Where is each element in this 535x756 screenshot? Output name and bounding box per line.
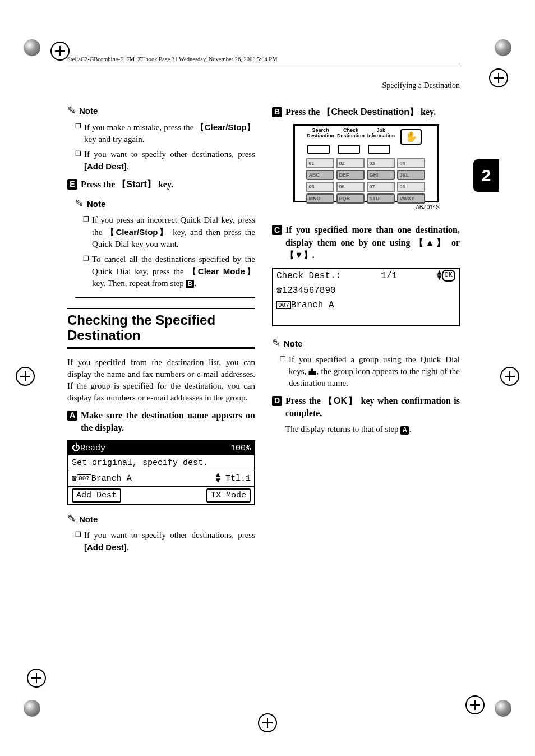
quick-dial-key: 01 — [306, 158, 334, 168]
dest-code: 007 — [276, 301, 291, 309]
lcd-row: Set original, specify dest. — [68, 455, 254, 471]
lcd-title: Check Dest.: — [276, 270, 341, 282]
crop-target-icon — [500, 367, 519, 386]
phone-icon: ☎ — [72, 474, 77, 483]
lcd-ok-prompt: ▲▼OK — [437, 270, 455, 282]
right-column: B Press the Check Destination key. Searc… — [272, 100, 460, 559]
quick-dial-key: GHI — [367, 170, 395, 180]
panel-labels: Search Destination Check Destination Job… — [306, 128, 396, 139]
step-number-icon: B — [272, 107, 282, 117]
text: key. — [418, 107, 436, 117]
lcd-row: Check Dest.: 1/1 ▲▼OK — [273, 269, 459, 283]
dest-entry: ☎007Branch A — [72, 473, 132, 485]
quick-dial-key: 02 — [336, 158, 365, 168]
note-list: If you make a mistake, press the Clear/S… — [67, 121, 255, 173]
text: If you want to specify other destination… — [84, 150, 255, 159]
panel-button — [368, 145, 390, 154]
text: Press the — [81, 179, 117, 189]
label-search-dest: Search Destination — [306, 128, 335, 139]
section-header: Specifying a Destination — [67, 81, 460, 90]
key-ref: Check Destination — [322, 107, 418, 117]
text: . — [312, 250, 315, 260]
step-e: E Press the Start key. — [67, 178, 255, 191]
text: key and try again. — [84, 135, 144, 144]
dest-total: ▲▼ Ttl.1 — [216, 473, 251, 485]
step-a: A Make sure the destination name appears… — [67, 409, 255, 435]
print-dot — [495, 700, 511, 717]
note-heading: ✎ Note — [75, 197, 255, 211]
left-column: ✎ Note If you make a mistake, press the … — [67, 100, 255, 559]
note-heading: ✎ Note — [67, 512, 255, 526]
key-ref: Clear Mode — [188, 266, 255, 276]
label-check-dest: Check Destination — [336, 128, 366, 139]
text: If you make a mistake, press the — [84, 123, 196, 132]
pencil-icon: ✎ — [67, 104, 76, 118]
text: Press the — [285, 107, 322, 117]
step-c: C If you specified more than one destina… — [272, 224, 460, 261]
chapter-tab: 2 — [473, 159, 499, 192]
crop-target-icon — [465, 695, 485, 714]
text: . — [127, 162, 129, 171]
key-ref: OK — [324, 396, 358, 405]
note-label: Note — [79, 105, 98, 117]
crop-target-icon — [50, 42, 70, 61]
note-label: Note — [87, 198, 105, 210]
quick-dial-grid: 01 02 03 04 ABC DEF GHI JKL 05 06 07 08 … — [306, 158, 425, 204]
quick-dial-key: ABC — [306, 170, 334, 180]
list-item: To cancel all the destinations specified… — [83, 253, 255, 289]
text: or — [447, 238, 460, 247]
label-job-info: Job Information — [367, 128, 396, 139]
list-item: If you specified a group using the Quick… — [280, 354, 460, 389]
step-b: B Press the Check Destination key. — [272, 106, 460, 118]
quick-dial-key: 04 — [397, 158, 425, 168]
dest-entry: 007Branch A — [276, 299, 334, 311]
tx-mode-softkey: TX Mode — [206, 488, 251, 503]
group-icon — [308, 368, 316, 375]
note-list: If you want to specify other destination… — [67, 529, 255, 554]
panel-button — [338, 145, 360, 154]
step-text: Press the Start key. — [81, 178, 173, 191]
print-dot — [24, 39, 40, 56]
key-ref: Clear/Stop — [196, 122, 255, 132]
step-number-icon: C — [272, 225, 282, 235]
quick-dial-key: VWXY — [397, 193, 425, 204]
lcd-check-dest-screen: Check Dest.: 1/1 ▲▼OK ☎1234567890 007Bra… — [272, 268, 460, 326]
pencil-icon: ✎ — [75, 197, 84, 211]
subsection-heading: Checking the Specified Destination — [67, 308, 255, 349]
status-ready: ⏻Ready — [72, 442, 105, 454]
lcd-row: ☎1234567890 — [273, 283, 459, 298]
note-heading: ✎ Note — [67, 104, 255, 118]
print-dot — [495, 39, 511, 56]
step-d: D Press the OK key when confirmation is … — [272, 395, 460, 435]
step-text: Press the Check Destination key. — [285, 106, 436, 118]
ui-ref: [Add Dest] — [84, 542, 127, 552]
print-dot — [24, 700, 40, 717]
ok-pill: OK — [442, 270, 455, 282]
note-list: If you specified a group using the Quick… — [272, 354, 460, 389]
text: key. Then, repeat from step — [92, 279, 186, 288]
quick-dial-key: JKL — [397, 170, 425, 180]
lcd-row: 007Branch A — [273, 298, 459, 312]
lcd-row: Add Dest TX Mode — [68, 486, 254, 504]
lcd-count: 1/1 — [381, 270, 397, 282]
lcd-row: ☎007Branch A ▲▼ Ttl.1 — [68, 471, 254, 486]
step-follow-text: The display returns to that of step A. — [285, 423, 460, 435]
updown-icon: ▲▼ — [437, 270, 441, 282]
text: If you want to specify other destination… — [84, 531, 255, 540]
step-ref-icon: A — [400, 426, 409, 435]
crop-target-icon — [258, 713, 277, 732]
dest-number: 1234567890 — [282, 285, 336, 296]
quick-dial-key: STU — [367, 193, 395, 204]
onhook-icon: ✋ — [400, 129, 422, 145]
step-number-icon: D — [272, 396, 282, 406]
text: . — [194, 279, 196, 288]
text: , the group icon appears to the right of… — [289, 367, 460, 388]
crop-target-icon — [489, 68, 508, 87]
status-percent: 100% — [230, 442, 251, 454]
phone-icon: ☎ — [276, 285, 282, 296]
dest-code: 007 — [77, 474, 91, 482]
quick-dial-key: PQR — [336, 193, 365, 204]
list-item: If you make a mistake, press the Clear/S… — [75, 121, 255, 145]
quick-dial-key: 07 — [367, 182, 395, 192]
quick-dial-key: 05 — [306, 182, 334, 192]
